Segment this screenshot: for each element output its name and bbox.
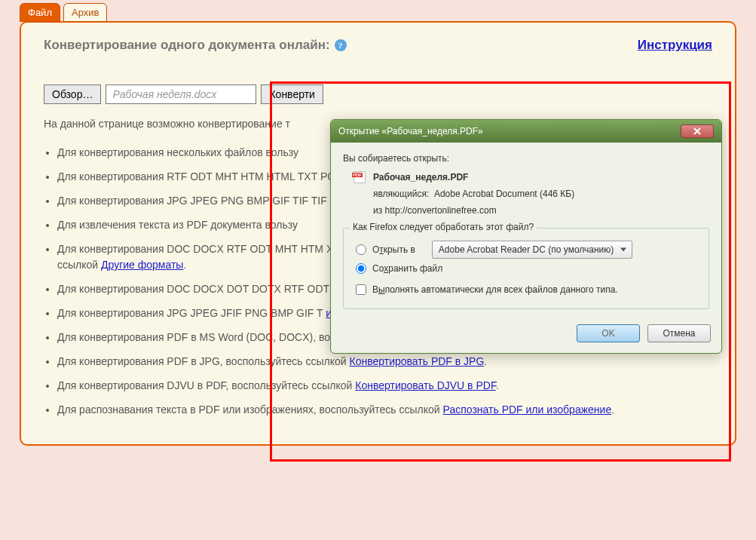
tab-archive[interactable]: Архив <box>63 3 107 22</box>
inline-link[interactable]: Другие форматы <box>101 259 183 271</box>
open-label: Открыть в <box>372 244 415 255</box>
download-dialog: Открытие «Рабочая_неделя.PDF» Вы собирае… <box>330 119 722 354</box>
browse-button[interactable]: Обзор… <box>44 84 101 104</box>
close-icon <box>693 127 702 135</box>
inline-link[interactable]: Конвертировать PDF в JPG <box>350 355 485 367</box>
inline-link[interactable]: Распознать PDF или изображение <box>443 403 612 416</box>
instruction-link[interactable]: Инструкция <box>638 38 712 53</box>
list-item: Для конвертирования PDF в JPG, воспользу… <box>57 354 712 370</box>
list-item: Для распознавания текста в PDF или изобр… <box>57 402 712 418</box>
fieldset-legend: Как Firefox следует обработать этот файл… <box>350 222 537 232</box>
page-title: Конвертирование одного документа онлайн:… <box>44 38 347 53</box>
dialog-filename: Рабочая_неделя.PDF <box>373 172 468 183</box>
dialog-prompt: Вы собираетесь открыть: <box>343 153 709 164</box>
file-meta: являющийся: Adobe Acrobat Document (446 … <box>343 186 709 219</box>
file-name-input[interactable]: Рабочая неделя.docx <box>106 84 256 104</box>
tab-file[interactable]: Файл <box>20 3 60 22</box>
pdf-icon <box>354 171 366 183</box>
cancel-button[interactable]: Отмена <box>647 324 711 342</box>
convert-button[interactable]: Конверти <box>261 84 323 104</box>
auto-label: Выполнять автоматически для всех файлов … <box>372 284 618 295</box>
dialog-title: Открытие «Рабочая_неделя.PDF» <box>338 126 483 137</box>
inline-link[interactable]: Конвертировать DJVU в PDF <box>355 379 496 391</box>
auto-checkbox[interactable] <box>356 284 366 295</box>
save-label: Сохранить файл <box>372 263 442 274</box>
save-radio[interactable] <box>356 263 366 274</box>
ok-button[interactable]: OK <box>577 324 640 342</box>
help-icon[interactable]: ? <box>335 39 347 51</box>
open-radio[interactable] <box>356 244 366 255</box>
app-combo[interactable]: Adobe Acrobat Reader DC (по умолчанию) <box>432 241 632 259</box>
close-button[interactable] <box>681 124 714 138</box>
list-item: Для конвертирования DJVU в PDF, воспольз… <box>57 378 712 394</box>
